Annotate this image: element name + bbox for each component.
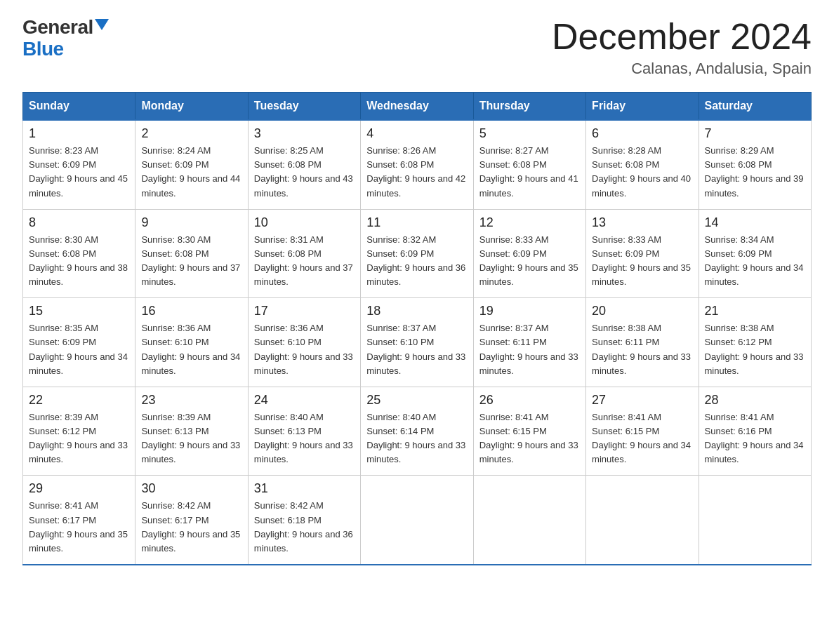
day-header-tuesday: Tuesday	[248, 93, 360, 121]
day-number: 7	[705, 126, 805, 141]
table-row: 24 Sunrise: 8:40 AMSunset: 6:13 PMDaylig…	[248, 387, 360, 476]
calendar-week-5: 29 Sunrise: 8:41 AMSunset: 6:17 PMDaylig…	[23, 476, 812, 565]
day-info: Sunrise: 8:39 AMSunset: 6:12 PMDaylight:…	[29, 410, 129, 467]
table-row: 19 Sunrise: 8:37 AMSunset: 6:11 PMDaylig…	[473, 298, 585, 387]
table-row: 13 Sunrise: 8:33 AMSunset: 6:09 PMDaylig…	[586, 209, 699, 298]
day-number: 13	[592, 215, 692, 230]
table-row: 30 Sunrise: 8:42 AMSunset: 6:17 PMDaylig…	[135, 476, 248, 565]
day-number: 21	[705, 304, 805, 318]
day-info: Sunrise: 8:23 AMSunset: 6:09 PMDaylight:…	[29, 144, 129, 201]
table-row: 7 Sunrise: 8:29 AMSunset: 6:08 PMDayligh…	[699, 120, 811, 209]
day-header-friday: Friday	[586, 93, 699, 121]
day-info: Sunrise: 8:36 AMSunset: 6:10 PMDaylight:…	[254, 321, 355, 378]
table-row: 6 Sunrise: 8:28 AMSunset: 6:08 PMDayligh…	[586, 120, 699, 209]
table-row: 21 Sunrise: 8:38 AMSunset: 6:12 PMDaylig…	[699, 298, 811, 387]
table-row: 5 Sunrise: 8:27 AMSunset: 6:08 PMDayligh…	[473, 120, 585, 209]
day-number: 1	[29, 126, 129, 141]
table-row: 10 Sunrise: 8:31 AMSunset: 6:08 PMDaylig…	[248, 209, 360, 298]
calendar-week-2: 8 Sunrise: 8:30 AMSunset: 6:08 PMDayligh…	[23, 209, 812, 298]
day-info: Sunrise: 8:41 AMSunset: 6:15 PMDaylight:…	[479, 410, 580, 467]
day-header-thursday: Thursday	[473, 93, 585, 121]
day-number: 11	[366, 215, 467, 230]
table-row: 11 Sunrise: 8:32 AMSunset: 6:09 PMDaylig…	[361, 209, 473, 298]
table-row: 12 Sunrise: 8:33 AMSunset: 6:09 PMDaylig…	[473, 209, 585, 298]
day-info: Sunrise: 8:33 AMSunset: 6:09 PMDaylight:…	[479, 233, 580, 290]
day-number: 24	[254, 393, 355, 408]
logo-general-text: General	[22, 17, 93, 39]
day-info: Sunrise: 8:37 AMSunset: 6:11 PMDaylight:…	[479, 321, 580, 378]
table-row: 18 Sunrise: 8:37 AMSunset: 6:10 PMDaylig…	[361, 298, 473, 387]
day-number: 20	[592, 304, 692, 318]
day-info: Sunrise: 8:32 AMSunset: 6:09 PMDaylight:…	[366, 233, 467, 290]
day-info: Sunrise: 8:34 AMSunset: 6:09 PMDaylight:…	[705, 233, 805, 290]
day-number: 3	[254, 126, 355, 141]
day-number: 2	[141, 126, 241, 141]
table-row: 3 Sunrise: 8:25 AMSunset: 6:08 PMDayligh…	[248, 120, 360, 209]
table-row: 17 Sunrise: 8:36 AMSunset: 6:10 PMDaylig…	[248, 298, 360, 387]
table-row: 14 Sunrise: 8:34 AMSunset: 6:09 PMDaylig…	[699, 209, 811, 298]
day-number: 14	[705, 215, 805, 230]
day-info: Sunrise: 8:41 AMSunset: 6:16 PMDaylight:…	[705, 410, 805, 467]
day-number: 8	[29, 215, 129, 230]
day-number: 31	[254, 481, 355, 496]
day-header-sunday: Sunday	[23, 93, 135, 121]
calendar-week-1: 1 Sunrise: 8:23 AMSunset: 6:09 PMDayligh…	[23, 120, 812, 209]
day-number: 10	[254, 215, 355, 230]
day-number: 23	[141, 393, 241, 408]
table-row: 22 Sunrise: 8:39 AMSunset: 6:12 PMDaylig…	[23, 387, 135, 476]
day-info: Sunrise: 8:36 AMSunset: 6:10 PMDaylight:…	[141, 321, 241, 378]
day-number: 28	[705, 393, 805, 408]
day-info: Sunrise: 8:39 AMSunset: 6:13 PMDaylight:…	[141, 410, 241, 467]
day-info: Sunrise: 8:26 AMSunset: 6:08 PMDaylight:…	[366, 144, 467, 201]
table-row: 28 Sunrise: 8:41 AMSunset: 6:16 PMDaylig…	[699, 387, 811, 476]
day-header-wednesday: Wednesday	[361, 93, 473, 121]
day-info: Sunrise: 8:41 AMSunset: 6:15 PMDaylight:…	[592, 410, 692, 467]
day-info: Sunrise: 8:35 AMSunset: 6:09 PMDaylight:…	[29, 321, 129, 378]
day-info: Sunrise: 8:30 AMSunset: 6:08 PMDaylight:…	[29, 233, 129, 290]
table-row: 29 Sunrise: 8:41 AMSunset: 6:17 PMDaylig…	[23, 476, 135, 565]
table-row	[361, 476, 473, 565]
day-header-monday: Monday	[135, 93, 248, 121]
table-row: 1 Sunrise: 8:23 AMSunset: 6:09 PMDayligh…	[23, 120, 135, 209]
logo-triangle-icon	[95, 19, 109, 30]
title-section: December 2024 Calanas, Andalusia, Spain	[552, 17, 812, 78]
day-number: 9	[141, 215, 241, 230]
day-number: 6	[592, 126, 692, 141]
day-number: 29	[29, 481, 129, 496]
table-row: 4 Sunrise: 8:26 AMSunset: 6:08 PMDayligh…	[361, 120, 473, 209]
location-text: Calanas, Andalusia, Spain	[552, 60, 812, 78]
day-info: Sunrise: 8:38 AMSunset: 6:11 PMDaylight:…	[592, 321, 692, 378]
day-number: 22	[29, 393, 129, 408]
table-row: 8 Sunrise: 8:30 AMSunset: 6:08 PMDayligh…	[23, 209, 135, 298]
calendar-week-4: 22 Sunrise: 8:39 AMSunset: 6:12 PMDaylig…	[23, 387, 812, 476]
logo: General Blue	[22, 17, 109, 60]
day-info: Sunrise: 8:41 AMSunset: 6:17 PMDaylight:…	[29, 499, 129, 556]
day-number: 25	[366, 393, 467, 408]
table-row	[473, 476, 585, 565]
logo-blue-text: Blue	[22, 39, 64, 60]
day-info: Sunrise: 8:29 AMSunset: 6:08 PMDaylight:…	[705, 144, 805, 201]
day-number: 15	[29, 304, 129, 318]
day-number: 19	[479, 304, 580, 318]
day-number: 30	[141, 481, 241, 496]
day-info: Sunrise: 8:24 AMSunset: 6:09 PMDaylight:…	[141, 144, 241, 201]
day-number: 17	[254, 304, 355, 318]
table-row: 2 Sunrise: 8:24 AMSunset: 6:09 PMDayligh…	[135, 120, 248, 209]
day-info: Sunrise: 8:38 AMSunset: 6:12 PMDaylight:…	[705, 321, 805, 378]
day-number: 18	[366, 304, 467, 318]
table-row: 31 Sunrise: 8:42 AMSunset: 6:18 PMDaylig…	[248, 476, 360, 565]
day-info: Sunrise: 8:31 AMSunset: 6:08 PMDaylight:…	[254, 233, 355, 290]
table-row: 16 Sunrise: 8:36 AMSunset: 6:10 PMDaylig…	[135, 298, 248, 387]
day-info: Sunrise: 8:40 AMSunset: 6:13 PMDaylight:…	[254, 410, 355, 467]
day-info: Sunrise: 8:27 AMSunset: 6:08 PMDaylight:…	[479, 144, 580, 201]
day-number: 27	[592, 393, 692, 408]
day-number: 4	[366, 126, 467, 141]
day-number: 26	[479, 393, 580, 408]
day-header-saturday: Saturday	[699, 93, 811, 121]
day-info: Sunrise: 8:30 AMSunset: 6:08 PMDaylight:…	[141, 233, 241, 290]
day-info: Sunrise: 8:33 AMSunset: 6:09 PMDaylight:…	[592, 233, 692, 290]
table-row: 20 Sunrise: 8:38 AMSunset: 6:11 PMDaylig…	[586, 298, 699, 387]
table-row: 26 Sunrise: 8:41 AMSunset: 6:15 PMDaylig…	[473, 387, 585, 476]
day-number: 12	[479, 215, 580, 230]
table-row: 23 Sunrise: 8:39 AMSunset: 6:13 PMDaylig…	[135, 387, 248, 476]
